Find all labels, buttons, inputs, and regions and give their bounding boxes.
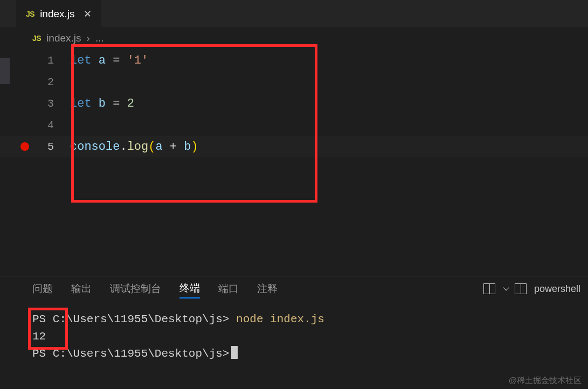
- watermark: @稀土掘金技术社区: [509, 376, 582, 386]
- cursor: [231, 346, 238, 359]
- chevron-down-icon[interactable]: [503, 284, 509, 290]
- tab-bar: JS index.js ✕: [0, 0, 588, 27]
- prompt-path: C:\Users\11955\Desktop\js>: [53, 313, 230, 325]
- panel-tabs: 问题 输出 调试控制台 终端 端口 注释 powershell: [0, 276, 588, 301]
- code-line[interactable]: 3let b = 2: [0, 93, 588, 114]
- terminal-output: 12: [32, 328, 588, 345]
- code-content[interactable]: console.log(a + b): [70, 140, 198, 154]
- breadcrumb-filename: index.js: [46, 32, 81, 44]
- tab-index-js[interactable]: JS index.js ✕: [16, 0, 101, 27]
- line-number: 4: [0, 119, 70, 131]
- line-number: 3: [0, 98, 70, 110]
- code-line[interactable]: 5console.log(a + b): [0, 136, 588, 157]
- breadcrumb[interactable]: JS index.js › ...: [0, 27, 588, 50]
- bottom-panel: 问题 输出 调试控制台 终端 端口 注释 powershell PS C:\Us…: [0, 276, 588, 389]
- split-terminal-icon[interactable]: [515, 283, 527, 294]
- code-content[interactable]: let b = 2: [70, 97, 134, 110]
- tab-output[interactable]: 输出: [71, 280, 92, 298]
- prompt-prefix: PS: [32, 313, 53, 325]
- terminal-command: node index.js: [236, 313, 324, 325]
- code-editor[interactable]: 1let a = '1'23let b = 245console.log(a +…: [0, 50, 588, 157]
- code-content[interactable]: let a = '1': [70, 54, 148, 67]
- tab-filename: index.js: [40, 8, 74, 20]
- tab-terminal[interactable]: 终端: [179, 279, 200, 298]
- close-icon[interactable]: ✕: [84, 8, 92, 20]
- tab-ports[interactable]: 端口: [218, 280, 239, 298]
- tab-debug-console[interactable]: 调试控制台: [110, 280, 161, 298]
- tab-comments[interactable]: 注释: [257, 280, 278, 298]
- tab-problems[interactable]: 问题: [32, 280, 53, 298]
- shell-label[interactable]: powershell: [534, 283, 580, 295]
- terminal-line: PS C:\Users\11955\Desktop\js>: [32, 345, 588, 363]
- code-line[interactable]: 2: [0, 71, 588, 93]
- panel-actions: powershell: [483, 283, 580, 295]
- line-number: 1: [0, 54, 70, 67]
- line-number: 5: [0, 141, 70, 153]
- terminal[interactable]: PS C:\Users\11955\Desktop\js> node index…: [0, 301, 588, 363]
- terminal-line: PS C:\Users\11955\Desktop\js> node index…: [32, 311, 588, 328]
- js-file-icon: JS: [32, 34, 41, 43]
- prompt-prefix: PS: [32, 348, 53, 360]
- js-file-icon: JS: [26, 10, 34, 18]
- breadcrumb-rest: ...: [95, 32, 104, 44]
- code-line[interactable]: 4: [0, 114, 588, 136]
- code-line[interactable]: 1let a = '1': [0, 50, 588, 71]
- line-number: 2: [0, 76, 70, 88]
- split-editor-icon[interactable]: [483, 283, 495, 294]
- chevron-right-icon: ›: [87, 32, 90, 44]
- prompt-path: C:\Users\11955\Desktop\js>: [53, 348, 230, 360]
- breakpoint-icon[interactable]: [20, 142, 29, 151]
